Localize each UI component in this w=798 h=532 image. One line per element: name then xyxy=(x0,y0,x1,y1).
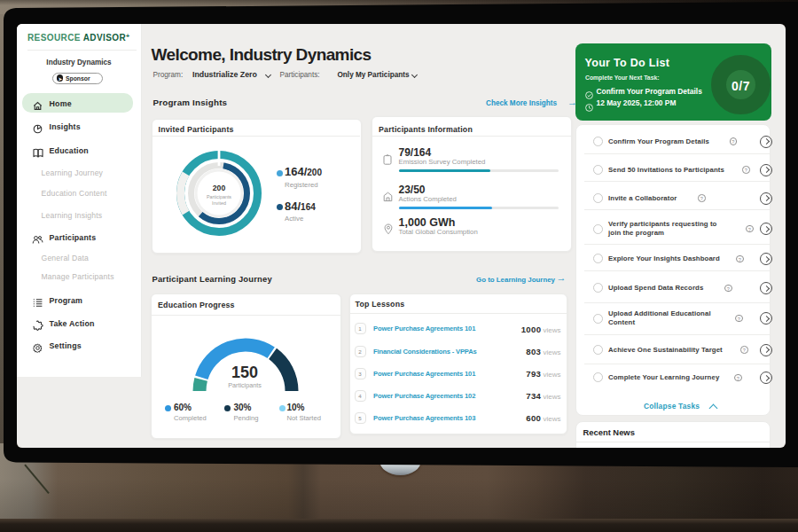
svg-text:200: 200 xyxy=(213,184,226,192)
svg-text:Invited: Invited xyxy=(212,200,226,206)
svg-text:Participants: Participants xyxy=(207,194,231,200)
